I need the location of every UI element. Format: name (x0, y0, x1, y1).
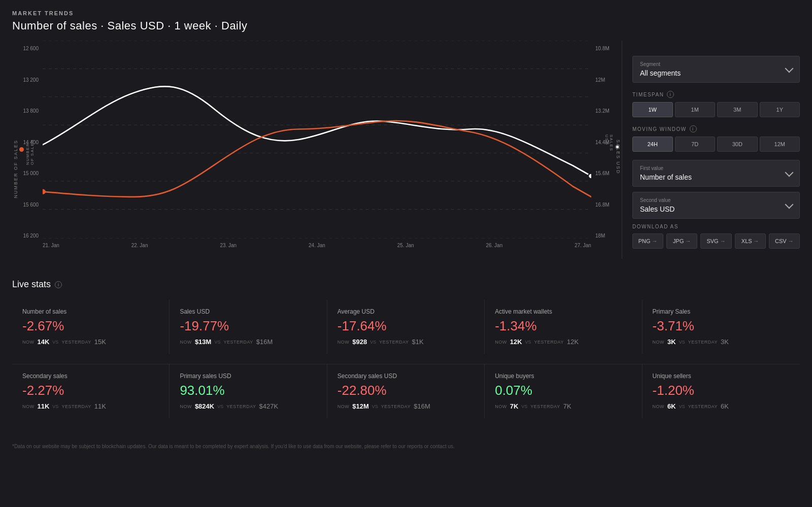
download-section: DOWNLOAD AS PNG → JPG → SVG → XLS → CSV … (632, 224, 800, 249)
second-value-chevron-icon (786, 201, 792, 209)
moving-window-info-icon[interactable]: i (690, 125, 697, 132)
moving-window-label: MOVING WINDOW i (632, 125, 800, 132)
download-csv[interactable]: CSV → (769, 233, 800, 249)
second-value-value: Sales USD (640, 205, 674, 213)
segment-select[interactable]: Segment All segments (632, 56, 800, 83)
stats-grid-row2: Secondary sales -2.27% NOW 11K VS YESTER… (12, 364, 800, 418)
stat-number-of-sales: Number of sales -2.67% NOW 14K VS YESTER… (12, 300, 170, 354)
chart-container: NUMBER OF SALES 16 200 15 600 15 000 14 … (12, 41, 622, 259)
stat-sales-usd: Sales USD -19.77% NOW $13M VS YESTERDAY … (170, 300, 327, 354)
segment-value: All segments (640, 69, 681, 77)
y-left-title: NUMBER OF SALES (13, 140, 18, 198)
stat-unique-sellers: Unique sellers -1.20% NOW 6K VS YESTERDA… (642, 364, 800, 418)
download-label: DOWNLOAD AS (632, 224, 800, 229)
timespan-1w[interactable]: 1W (632, 102, 673, 117)
first-value-chevron-icon (786, 170, 792, 177)
stat-primary-sales-usd: Primary sales USD 93.01% NOW $824K VS YE… (170, 364, 327, 418)
download-buttons: PNG → JPG → SVG → XLS → CSV → (632, 233, 800, 249)
timespan-1y[interactable]: 1Y (760, 102, 800, 117)
segment-chevron-icon (786, 65, 792, 73)
stat-primary-sales: Primary Sales -3.71% NOW 3K VS YESTERDAY… (642, 300, 800, 354)
live-stats-section: Live stats i Number of sales -2.67% NOW … (0, 269, 812, 438)
stat-average-usd: Average USD -17.64% NOW $928 VS YESTERDA… (327, 300, 485, 354)
timespan-3m[interactable]: 3M (717, 102, 758, 117)
live-stats-title: Live stats i (12, 279, 800, 290)
second-value-select[interactable]: Second value Sales USD (632, 192, 800, 219)
stat-secondary-sales-usd: Secondary sales USD -22.80% NOW $12M VS … (327, 364, 485, 418)
right-axis-indicator: SALES USD (604, 134, 620, 160)
timespan-buttons: 1W 1M 3M 1Y (632, 102, 800, 117)
right-panel: Segment All segments TIMESPAN i 1W 1M 3M… (632, 10, 800, 259)
first-value-value: Number of sales (640, 173, 692, 181)
download-xls[interactable]: XLS → (735, 233, 766, 249)
download-svg[interactable]: SVG → (700, 233, 731, 249)
download-png[interactable]: PNG → (632, 233, 663, 249)
second-value-label: Second value (640, 197, 674, 203)
moving-window-24h[interactable]: 24H (632, 137, 673, 152)
svg-point-9 (588, 174, 591, 179)
left-axis-indicator: NUMBER OF SALES (19, 134, 35, 165)
footer-note: *Data on our website may be subject to b… (0, 438, 812, 454)
timespan-1m[interactable]: 1M (675, 102, 716, 117)
timespan-info-icon[interactable]: i (667, 91, 674, 98)
svg-point-8 (43, 189, 46, 194)
stat-secondary-sales: Secondary sales -2.27% NOW 11K VS YESTER… (12, 364, 170, 418)
moving-window-7d[interactable]: 7D (675, 137, 716, 152)
live-stats-info-icon[interactable]: i (55, 281, 62, 288)
moving-window-12m[interactable]: 12M (760, 137, 800, 152)
first-value-label: First value (640, 165, 692, 171)
stat-unique-buyers: Unique buyers 0.07% NOW 7K VS YESTERDAY … (485, 364, 642, 418)
download-jpg[interactable]: JPG → (666, 233, 697, 249)
stat-active-wallets: Active market wallets -1.34% NOW 12K VS … (485, 300, 642, 354)
app-label: MARKET TRENDS (12, 10, 622, 16)
x-axis: 21. Jan 22. Jan 23. Jan 24. Jan 25. Jan … (43, 239, 591, 259)
timespan-label: TIMESPAN i (632, 91, 800, 98)
moving-window-30d[interactable]: 30D (717, 137, 758, 152)
page-title: Number of sales · Sales USD · 1 week · D… (12, 19, 622, 32)
stats-grid-row1: Number of sales -2.67% NOW 14K VS YESTER… (12, 300, 800, 354)
segment-label: Segment (640, 61, 681, 67)
first-value-select[interactable]: First value Number of sales (632, 160, 800, 187)
moving-window-buttons: 24H 7D 30D 12M (632, 137, 800, 152)
chart-svg (43, 41, 591, 239)
